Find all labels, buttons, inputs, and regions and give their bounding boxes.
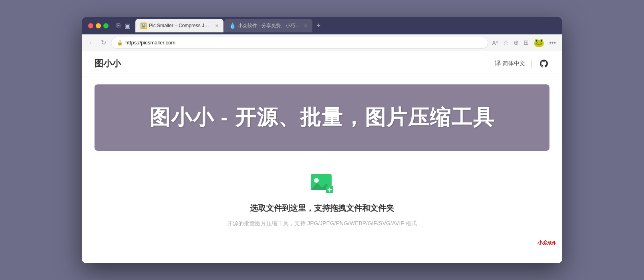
upload-sublabel: 开源的批量图片压缩工具，支持 JPG/JPEG/PNG/WEBP/GIF/SVG…	[227, 220, 417, 227]
sidebar-icon[interactable]: ▣	[125, 22, 131, 30]
url-box[interactable]: 🔒 https://picsmaller.com	[111, 37, 488, 49]
traffic-lights	[88, 23, 109, 28]
tab-title-picsmaller: Pic Smaller – Compress JPEG...	[149, 23, 212, 28]
header-divider	[531, 60, 532, 68]
refresh-button[interactable]: ↻	[100, 38, 107, 47]
browser-window: ⎘ ▣ 🖼️ Pic Smaller – Compress JPEG... ✕ …	[82, 17, 562, 263]
svg-point-1	[314, 178, 319, 183]
hero-title: 图小小 - 开源、批量，图片压缩工具	[103, 104, 541, 132]
translate-icon: 译	[495, 60, 501, 68]
watermark: 小众软件	[537, 239, 556, 246]
tab-favicon-xiazhong: 💧	[229, 22, 235, 29]
new-tab-button[interactable]: +	[313, 22, 324, 30]
site-header: 图小小 译 简体中文	[82, 51, 562, 76]
close-button[interactable]	[88, 23, 93, 28]
minimize-button[interactable]	[96, 23, 101, 28]
menu-icon[interactable]: •••	[549, 39, 556, 46]
shield-icon[interactable]: ⊕	[513, 39, 519, 46]
split-view-icon[interactable]: ⊞	[523, 39, 529, 46]
tab-close-picsmaller[interactable]: ✕	[215, 23, 219, 28]
url-text: https://picsmaller.com	[125, 40, 175, 46]
address-bar-right: Aᴬ ☆ ⊕ ⊞ 🐸 •••	[492, 38, 556, 48]
watermark-text: 小众	[537, 240, 548, 246]
hero-title-text: 图小小 - 开源、批量，图片压缩工具	[149, 106, 495, 129]
tabs-area: 🖼️ Pic Smaller – Compress JPEG... ✕ 💧 小众…	[135, 19, 556, 32]
maximize-button[interactable]	[103, 23, 109, 28]
tab-close-xiazhong[interactable]: ✕	[304, 23, 308, 28]
hero-banner: 图小小 - 开源、批量，图片压缩工具	[95, 84, 549, 151]
title-bar-icons: ⎘ ▣	[117, 22, 131, 30]
upload-icon	[309, 171, 335, 196]
back-button[interactable]: ←	[88, 38, 96, 47]
desktop: ⎘ ▣ 🖼️ Pic Smaller – Compress JPEG... ✕ …	[0, 0, 644, 280]
upload-section[interactable]: 选取文件到这里，支持拖拽文件和文件夹 开源的批量图片压缩工具，支持 JPG/JP…	[82, 159, 562, 239]
lock-icon: 🔒	[117, 40, 123, 46]
tab-title-xiazhong: 小众软件 - 分享免费、小巧、实...	[238, 22, 301, 29]
upload-label: 选取文件到这里，支持拖拽文件和文件夹	[250, 203, 394, 214]
site-header-right: 译 简体中文	[495, 58, 549, 69]
language-label: 简体中文	[503, 60, 525, 67]
tab-xiazhong[interactable]: 💧 小众软件 - 分享免费、小巧、实... ✕	[224, 19, 312, 32]
site-logo: 图小小	[95, 58, 121, 70]
tab-picsmaller[interactable]: 🖼️ Pic Smaller – Compress JPEG... ✕	[135, 19, 223, 32]
title-bar: ⎘ ▣ 🖼️ Pic Smaller – Compress JPEG... ✕ …	[82, 17, 562, 34]
github-icon	[539, 59, 549, 68]
tab-favicon-picsmaller: 🖼️	[140, 22, 147, 29]
webpage: 图小小 译 简体中文 图小小 - 开源、批	[82, 51, 562, 263]
bookmark-icon[interactable]: ☆	[503, 39, 509, 46]
reader-view-icon[interactable]: Aᴬ	[492, 40, 498, 46]
language-button[interactable]: 译 简体中文	[495, 60, 525, 68]
user-icon[interactable]: 🐸	[533, 38, 544, 48]
history-icon[interactable]: ⎘	[117, 22, 121, 30]
github-link[interactable]	[538, 58, 549, 69]
address-bar: ← ↻ 🔒 https://picsmaller.com Aᴬ ☆ ⊕ ⊞ 🐸 …	[82, 34, 562, 51]
